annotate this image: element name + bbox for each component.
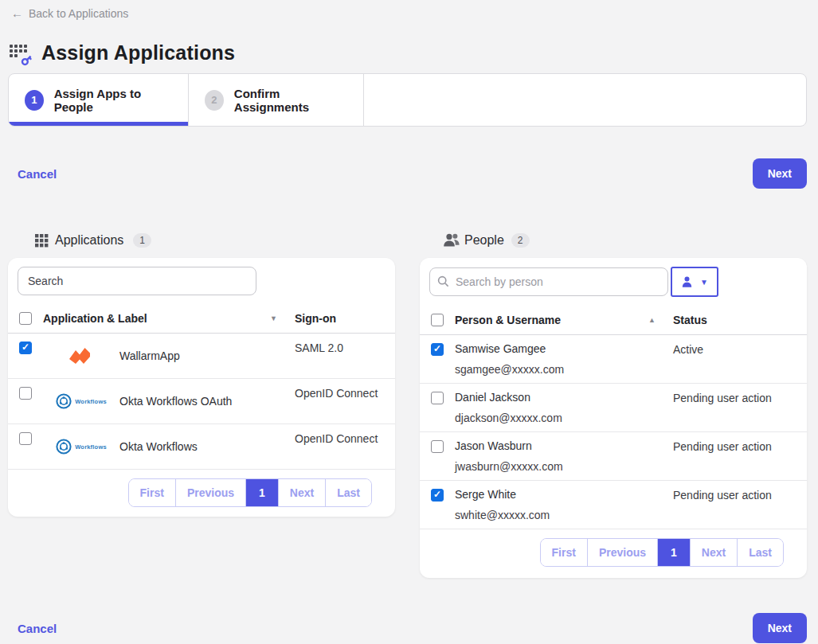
chevron-down-icon: ▼ — [700, 278, 708, 287]
next-button-top[interactable]: Next — [753, 158, 807, 189]
table-row[interactable]: Daniel Jackson djackson@xxxxx.com Pendin… — [420, 384, 807, 432]
people-panel: People 2 — [420, 232, 807, 578]
person-name: Samwise Gamgee — [455, 342, 673, 355]
top-actions-row: Cancel Next — [8, 158, 807, 189]
row-checkbox[interactable] — [431, 440, 444, 453]
app-signon: SAML 2.0 — [295, 334, 395, 378]
table-row[interactable]: Serge White swhite@xxxxx.com Pending use… — [420, 481, 807, 529]
person-name: Jason Wasburn — [455, 439, 673, 452]
people-page-1-button[interactable]: 1 — [657, 539, 690, 566]
people-search-input[interactable] — [429, 267, 668, 296]
person-name: Serge White — [455, 488, 673, 501]
back-to-applications-link[interactable]: ← Back to Applications — [11, 7, 128, 20]
wizard-tabbar: 1 Assign Apps to People 2 Confirm Assign… — [8, 73, 807, 127]
row-checkbox[interactable] — [431, 392, 444, 404]
people-table-body: Samwise Gamgee sgamgee@xxxxx.com Active … — [420, 335, 807, 529]
person-name: Daniel Jackson — [455, 391, 673, 404]
people-panel-title: People — [464, 233, 504, 248]
applications-signon-column-header[interactable]: Sign-on — [295, 312, 395, 325]
page-title-row: Assign Applications — [10, 41, 807, 64]
applications-table-body: WallarmApp SAML 2.0 Workflows Okta Workf… — [8, 334, 395, 470]
bottom-actions-row: Cancel Next — [8, 613, 807, 643]
applications-panel-header: Applications 1 — [35, 232, 395, 249]
sort-asc-icon[interactable]: ▲ — [648, 316, 656, 324]
workflows-logo-label: Workflows — [75, 443, 107, 451]
okta-workflows-logo-icon — [56, 439, 72, 455]
applications-panel-title: Applications — [55, 233, 123, 248]
people-status-column-header[interactable]: Status — [673, 314, 807, 326]
step-2-label: Confirm Assignments — [234, 87, 347, 114]
people-page-next-button[interactable]: Next — [690, 539, 737, 566]
person-username: jwasburn@xxxxx.com — [455, 460, 673, 480]
table-row[interactable]: WallarmApp SAML 2.0 — [8, 334, 395, 379]
people-page-last-button[interactable]: Last — [737, 539, 783, 566]
people-select-all-checkbox[interactable] — [431, 314, 444, 326]
row-checkbox[interactable] — [431, 489, 444, 502]
table-row[interactable]: Jason Wasburn jwasburn@xxxxx.com Pending… — [420, 432, 807, 481]
people-pagination-row: First Previous 1 Next Last — [420, 529, 807, 576]
app-signon: OpenID Connect — [295, 379, 395, 423]
page-root: ← Back to Applications Assign Applicatio… — [0, 0, 818, 643]
applications-card: Application & Label ▼ Sign-on WallarmApp… — [8, 258, 395, 517]
row-checkbox[interactable] — [19, 342, 32, 354]
people-filter-dropdown[interactable]: ▼ — [671, 267, 718, 297]
sort-desc-icon[interactable]: ▼ — [270, 314, 277, 322]
people-count-badge: 2 — [511, 233, 530, 248]
applications-page-previous-button[interactable]: Previous — [175, 479, 245, 506]
table-row[interactable]: Workflows Okta Workflows OpenID Connect — [8, 424, 395, 470]
people-page-previous-button[interactable]: Previous — [587, 539, 657, 566]
cancel-link-top[interactable]: Cancel — [18, 167, 57, 181]
applications-search-row — [8, 258, 395, 304]
people-page-first-button[interactable]: First — [541, 539, 587, 566]
app-logo — [43, 334, 119, 378]
back-arrow-icon: ← — [11, 7, 23, 19]
people-name-column-header[interactable]: Person & Username — [455, 314, 561, 326]
step-2-number: 2 — [205, 90, 224, 111]
applications-pagination-row: First Previous 1 Next Last — [8, 470, 395, 517]
row-checkbox[interactable] — [431, 343, 444, 356]
applications-name-column-header[interactable]: Application & Label — [43, 312, 147, 325]
tabbar-filler — [364, 74, 806, 126]
applications-page-next-button[interactable]: Next — [278, 479, 325, 506]
people-table-header: Person & Username ▲ Status — [420, 306, 807, 335]
app-logo: Workflows — [43, 424, 119, 469]
applications-count-badge: 1 — [133, 233, 151, 248]
search-icon — [437, 275, 449, 287]
applications-search-input[interactable] — [18, 267, 256, 295]
people-pagination: First Previous 1 Next Last — [540, 538, 784, 567]
table-row[interactable]: Workflows Okta Workflows OAuth OpenID Co… — [8, 379, 395, 424]
person-username: sgamgee@xxxxx.com — [455, 363, 673, 383]
tab-confirm-assignments[interactable]: 2 Confirm Assignments — [189, 74, 364, 126]
person-username: djackson@xxxxx.com — [455, 412, 673, 431]
key-icon — [21, 54, 33, 66]
applications-page-1-button[interactable]: 1 — [245, 479, 278, 506]
row-checkbox[interactable] — [19, 387, 32, 400]
page-title: Assign Applications — [41, 41, 235, 64]
row-checkbox[interactable] — [19, 432, 32, 445]
person-icon — [681, 276, 693, 288]
person-status: Active — [673, 335, 807, 383]
applications-page-first-button[interactable]: First — [129, 479, 175, 506]
applications-select-all-checkbox[interactable] — [19, 312, 32, 325]
app-name: WallarmApp — [119, 334, 295, 378]
panels-row: Applications 1 Application & Label ▼ Sig… — [8, 232, 807, 578]
table-row[interactable]: Samwise Gamgee sgamgee@xxxxx.com Active — [420, 335, 807, 384]
people-panel-header: People 2 — [443, 232, 807, 249]
people-search-row: ▼ — [420, 258, 807, 306]
person-status: Pending user action — [673, 481, 807, 529]
next-button-bottom[interactable]: Next — [753, 613, 807, 643]
wallarm-logo-icon — [68, 347, 95, 365]
applications-grid-icon — [35, 234, 49, 248]
applications-pagination: First Previous 1 Next Last — [128, 478, 372, 507]
app-signon: OpenID Connect — [295, 424, 395, 469]
tab-assign-apps-to-people[interactable]: 1 Assign Apps to People — [9, 74, 189, 126]
cancel-link-bottom[interactable]: Cancel — [18, 622, 57, 635]
applications-page-last-button[interactable]: Last — [325, 479, 371, 506]
applications-panel: Applications 1 Application & Label ▼ Sig… — [8, 232, 395, 578]
app-name: Okta Workflows — [119, 424, 295, 469]
applications-table-header: Application & Label ▼ Sign-on — [8, 304, 395, 334]
person-username: swhite@xxxxx.com — [455, 509, 673, 529]
app-logo: Workflows — [43, 379, 119, 423]
people-icon — [443, 233, 460, 248]
okta-workflows-logo-icon — [56, 393, 72, 409]
